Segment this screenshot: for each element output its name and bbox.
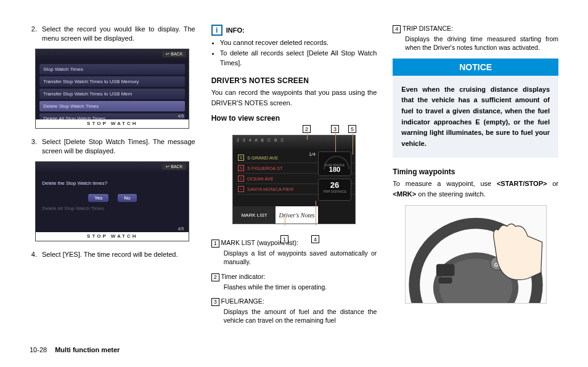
step-number: 4.	[30, 250, 42, 259]
screenshot-menu: ↩ BACK Stop Watch Times Transfer Stop Wa…	[35, 49, 189, 129]
scale-row: 2 3 4 A B C B C	[233, 135, 355, 149]
definition-3: 3 FUEL/RANGE: Displays the amount of fue…	[211, 297, 377, 325]
screenshot-drivers-notes: 2 3 4 A B C B C 1/4 SS GRAND AVE SS FIGU…	[232, 135, 356, 224]
callout-definitions: 1 MARK LIST (waypoint list): Displays a …	[211, 239, 377, 325]
section-heading: DRIVER'S NOTES SCREEN	[211, 76, 377, 85]
page-number: 10-28	[30, 346, 47, 353]
menu-item: Transfer Stop Watch Times to USB Memory	[39, 76, 185, 87]
paginator: 4/5	[178, 114, 184, 118]
info-bullet-list: You cannot recover deleted records. To d…	[220, 38, 377, 68]
notice-heading: NOTICE	[393, 58, 558, 76]
subheading: How to view screen	[211, 114, 377, 123]
greyed-option: Delete All Stop Watch Times	[36, 202, 189, 215]
info-heading: i INFO:	[211, 25, 377, 36]
info-icon: i	[211, 25, 223, 36]
back-button: ↩ BACK	[162, 164, 186, 170]
timing-paragraph: To measure a waypoint, use <START/STOP> …	[393, 179, 558, 199]
screenshot-dialog: ↩ BACK Delete the Stop Watch times? Yes …	[35, 161, 189, 241]
paginator: 4/5	[178, 227, 184, 231]
page-counter: 1/4	[309, 151, 316, 157]
footer-section: Multi function meter	[55, 346, 120, 353]
section-paragraph: You can record the waypoints that you pa…	[211, 87, 377, 108]
notice-body: Even when the cruising distance displays…	[393, 76, 558, 158]
no-button: No	[118, 194, 136, 202]
info-label: INFO:	[226, 26, 245, 34]
callout-1: 1	[280, 235, 288, 243]
menu-item: Transfer Stop Watch Times to USB Mem	[39, 89, 185, 99]
step-text: Select the record you would like to disp…	[42, 25, 195, 44]
callout-2: 2	[303, 125, 311, 133]
info-bullet: To delete all records select [Delete All…	[220, 49, 377, 68]
step-number: 3.	[30, 137, 42, 156]
dialog-buttons: Yes No	[36, 193, 189, 202]
definition-2: 2 Timer indicator: Flashes while the tim…	[211, 273, 377, 291]
definition-4: 4 TRIP DISTANCE: Displays the driving ti…	[393, 25, 558, 52]
trip-distance-box: 26 TRIP DISTANCE	[318, 179, 351, 201]
back-button: ↩ BACK	[162, 51, 186, 57]
dialog-question: Delete the Stop Watch times?	[36, 174, 189, 190]
step-text: Select [Delete Stop Watch Times]. The me…	[42, 137, 195, 156]
info-bullet: You cannot recover deleted records.	[220, 38, 377, 47]
drivers-notes-title: Driver's Notes	[276, 206, 318, 224]
menu-item: Stop Watch Times	[39, 64, 185, 75]
page-footer: 10-28 Multi function meter	[30, 346, 120, 353]
callout-3: 3	[331, 125, 339, 133]
callout-5: 5	[348, 125, 356, 133]
step-4: 4. Select [YES]. The time record will be…	[30, 250, 195, 259]
screen-footer: STOP WATCH	[36, 119, 189, 128]
svg-rect-7	[436, 264, 454, 276]
callout-4: 4	[311, 235, 319, 243]
subheading-timing: Timing waypoints	[393, 167, 558, 176]
yes-button: Yes	[88, 194, 108, 202]
step-3: 3. Select [Delete Stop Watch Times]. The…	[30, 137, 195, 156]
fuel-gauge: FUEL/RANGE 180	[318, 151, 351, 176]
menu-list: Stop Watch Times Transfer Stop Watch Tim…	[36, 62, 189, 124]
marklist-label: MARK LIST	[233, 206, 276, 224]
screen-footer: STOP WATCH	[36, 232, 189, 241]
steering-wheel-illustration: GT	[405, 205, 547, 304]
step-text: Select [YES]. The time record will be de…	[42, 250, 195, 259]
step-number: 2.	[30, 25, 42, 44]
definition-1: 1 MARK LIST (waypoint list): Displays a …	[211, 239, 377, 267]
step-2: 2. Select the record you would like to d…	[30, 25, 195, 44]
menu-item-selected: Delete Stop Watch Times	[39, 101, 185, 111]
svg-rect-8	[438, 278, 452, 284]
